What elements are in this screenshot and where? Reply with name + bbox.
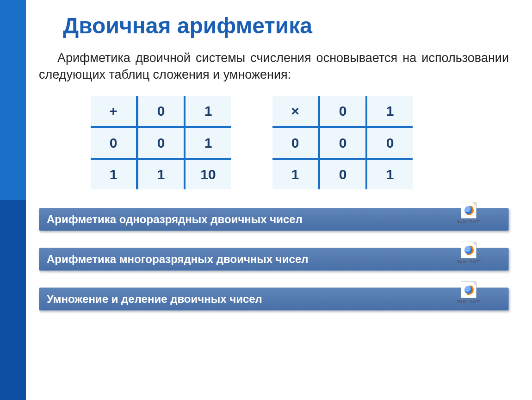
row-label: 0 (91, 127, 137, 159)
data-cell: 1 (366, 159, 413, 189)
addition-table: + 0 1 0 0 1 1 1 10 (91, 96, 231, 189)
slide-title: Двоичная арифметика (63, 13, 532, 38)
multiplication-table: × 0 1 0 0 0 1 0 1 (272, 96, 413, 189)
swf-file-icon (461, 281, 476, 298)
data-cell: 0 (366, 127, 413, 159)
file-badge[interactable]: Файл "SWF" (457, 242, 481, 264)
file-badge[interactable]: Файл "SWF" (457, 202, 481, 224)
op-cell: × (272, 96, 319, 127)
slide-content: Двоичная арифметика Арифметика двоичной … (26, 0, 532, 400)
data-cell: 1 (137, 159, 185, 189)
header-cell: 1 (366, 96, 413, 127)
file-caption: Файл "SWF" (457, 299, 481, 304)
link-bar-2[interactable]: Арифметика многоразрядных двоичных чисел… (39, 248, 509, 271)
op-cell: + (91, 96, 137, 127)
link-bar-1[interactable]: Арифметика одноразрядных двоичных чисел … (39, 208, 509, 231)
swf-file-icon (461, 202, 476, 219)
link-bar-3[interactable]: Умножение и деление двоичных чисел Файл … (39, 288, 509, 311)
data-cell: 0 (137, 127, 185, 159)
link-label: Умножение и деление двоичных чисел (47, 293, 262, 306)
file-badge[interactable]: Файл "SWF" (457, 281, 481, 304)
data-cell: 0 (319, 159, 367, 189)
row-label: 0 (272, 127, 319, 159)
row-label: 1 (272, 159, 319, 189)
header-cell: 1 (185, 96, 231, 127)
side-accent-bar (0, 0, 26, 400)
data-cell: 0 (319, 127, 367, 159)
swf-file-icon (461, 242, 476, 258)
tables-row: + 0 1 0 0 1 1 1 10 × 0 1 0 0 (91, 96, 532, 189)
data-cell: 10 (185, 159, 231, 189)
link-label: Арифметика одноразрядных двоичных чисел (47, 213, 303, 226)
slide-description: Арифметика двоичной системы счисления ос… (39, 50, 509, 83)
header-cell: 0 (319, 96, 367, 127)
header-cell: 0 (137, 96, 185, 127)
link-label: Арифметика многоразрядных двоичных чисел (47, 253, 308, 266)
file-caption: Файл "SWF" (457, 219, 481, 224)
row-label: 1 (91, 159, 137, 189)
file-caption: Файл "SWF" (457, 259, 481, 264)
data-cell: 1 (185, 127, 231, 159)
